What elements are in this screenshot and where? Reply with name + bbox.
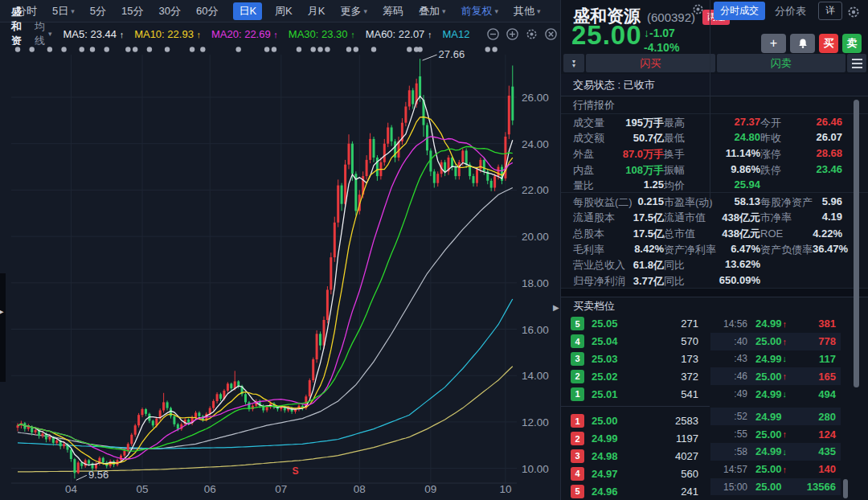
trade-row: :4025.00↑778 bbox=[710, 333, 841, 350]
orderbook-ask-row[interactable]: 225.02372 bbox=[561, 367, 710, 385]
orderbook-bid-row[interactable]: 524.96241 bbox=[561, 482, 710, 500]
svg-text:S: S bbox=[293, 465, 299, 477]
orderbook-ask-row[interactable]: 525.05271 bbox=[561, 315, 710, 333]
flash-menu-button[interactable] bbox=[847, 54, 866, 72]
orderbook-bid-row[interactable]: 324.984027 bbox=[561, 448, 710, 465]
cell: 外盘87.0万手 bbox=[573, 147, 664, 162]
left-panel-expand-icon[interactable]: ▸ bbox=[0, 306, 4, 317]
period-tab-更多[interactable]: 更多▾ bbox=[340, 4, 367, 18]
tool-叠加[interactable]: 叠加▾ bbox=[419, 4, 446, 18]
quote-row: 外盘87.0万手换手11.14%涨停28.68 bbox=[573, 146, 842, 162]
label: 每股收益(二) bbox=[573, 195, 633, 210]
quote-row: 成交量195万手最高27.37今开26.46 bbox=[573, 115, 842, 131]
trade-row: :4625.00↑165 bbox=[710, 367, 841, 385]
value: 17.5亿 bbox=[615, 211, 664, 225]
label: 叠加 bbox=[419, 4, 440, 18]
svg-text:14.00: 14.00 bbox=[522, 370, 549, 382]
panel-scrollbar-thumb[interactable] bbox=[854, 100, 859, 387]
trade-volume: 13566 bbox=[782, 481, 836, 493]
tab-tick-trades[interactable]: 分时成交 bbox=[714, 2, 765, 20]
level-badge: 3 bbox=[571, 352, 584, 366]
volume: 241 bbox=[618, 486, 710, 498]
orderbook-ask-row[interactable]: 125.01541 bbox=[561, 385, 710, 403]
order-book: 525.05271425.04570325.03173225.02372125.… bbox=[561, 315, 710, 500]
level-badge: 5 bbox=[571, 485, 584, 498]
svg-text:9.56: 9.56 bbox=[88, 469, 108, 481]
tool-前复权[interactable]: 前复权▾ bbox=[461, 4, 498, 18]
stock-code: (600392) bbox=[647, 10, 695, 24]
cell: 均价25.94 bbox=[664, 178, 760, 193]
panel-collapse-icon[interactable]: ▶ bbox=[553, 303, 559, 312]
action-buttons: + 买 卖 bbox=[757, 34, 862, 53]
period-tab-月K[interactable]: 月K bbox=[308, 4, 326, 18]
panel-settings-gear-icon[interactable] bbox=[847, 6, 860, 22]
trade-row: 14:5624.99↑381 bbox=[710, 315, 841, 333]
cell: 最高27.37 bbox=[664, 116, 760, 130]
label: 前复权 bbox=[461, 4, 492, 18]
trade-volume: 117 bbox=[787, 353, 836, 365]
cell: 内盘108万手 bbox=[573, 163, 664, 178]
flash-buy-button[interactable]: 闪买 bbox=[586, 54, 715, 72]
tick-trade-list: 14:5624.99↑381:4025.00↑778:4324.99↓117:4… bbox=[710, 315, 841, 495]
level-badge: 1 bbox=[571, 414, 584, 428]
price: 24.98 bbox=[592, 450, 618, 462]
chevron-down-icon: ▾ bbox=[71, 7, 75, 15]
value: 61.8亿 bbox=[625, 258, 664, 273]
svg-text:10: 10 bbox=[499, 483, 511, 495]
value: 5.96 bbox=[813, 195, 842, 210]
flash-dropdown-button[interactable]: ▾▾ bbox=[563, 54, 584, 72]
ma-legend-item: MA10: 22.93 ↑ bbox=[134, 28, 201, 40]
ma-selector-dropdown[interactable]: 均线 ▾ bbox=[35, 19, 52, 48]
cell: ROE4.22% bbox=[760, 227, 842, 240]
price: 25.04 bbox=[592, 335, 618, 347]
orderbook-ask-row[interactable]: 325.03173 bbox=[561, 350, 710, 368]
label: 毛利率 bbox=[573, 243, 604, 257]
chart-settings-gear-icon[interactable] bbox=[526, 28, 538, 40]
cell: 市盈率(动)58.13 bbox=[664, 195, 760, 210]
tab-price-table[interactable]: 分价表 bbox=[775, 4, 806, 18]
detail-button[interactable]: 详 bbox=[818, 2, 842, 20]
orderbook-bid-row[interactable]: 125.002583 bbox=[561, 412, 710, 430]
value: 195万手 bbox=[604, 116, 664, 130]
period-tab-日K[interactable]: 日K bbox=[233, 2, 262, 20]
close-icon[interactable] bbox=[545, 28, 557, 40]
period-tab-5日[interactable]: 5日▾ bbox=[52, 4, 75, 18]
trades-scrollbar-thumb[interactable] bbox=[843, 479, 848, 498]
period-tab-5分[interactable]: 5分 bbox=[90, 4, 106, 18]
quote-panel: 盛和资源 (600392) 两融 25.00 ↓-1.07 -4.10% + 买… bbox=[560, 0, 868, 500]
sell-button[interactable]: 卖 bbox=[842, 34, 862, 53]
column-divider bbox=[710, 0, 710, 204]
trade-price: 24.99 bbox=[755, 445, 782, 457]
orderbook-bid-row[interactable]: 424.97560 bbox=[561, 465, 710, 482]
cell: 营业总收入61.8亿 bbox=[573, 258, 664, 273]
label: 最低 bbox=[664, 131, 685, 145]
zoom-in-icon[interactable] bbox=[506, 28, 518, 40]
candlestick-chart[interactable]: 26.0024.0022.0020.0018.0016.0014.0012.00… bbox=[0, 45, 560, 500]
trade-price: 24.99 bbox=[755, 318, 782, 330]
period-tab-60分[interactable]: 60分 bbox=[196, 4, 218, 18]
value: 1.25 bbox=[594, 178, 664, 193]
orderbook-bid-row[interactable]: 224.991197 bbox=[561, 430, 710, 448]
level-badge: 3 bbox=[571, 449, 584, 463]
period-tab-周K[interactable]: 周K bbox=[275, 4, 293, 18]
buy-button[interactable]: 买 bbox=[819, 34, 838, 53]
svg-text:27.66: 27.66 bbox=[439, 48, 465, 60]
value: 36.47% bbox=[813, 243, 848, 257]
flash-sell-button[interactable]: 闪卖 bbox=[717, 54, 846, 72]
tool-其他[interactable]: 其他▾ bbox=[514, 4, 541, 18]
period-tab-30分[interactable]: 30分 bbox=[158, 4, 180, 18]
cell: 每股收益(二)0.215 bbox=[573, 195, 664, 210]
tool-筹码[interactable]: 筹码 bbox=[383, 4, 403, 18]
period-tab-15分[interactable]: 15分 bbox=[121, 4, 143, 18]
add-to-watchlist-button[interactable]: + bbox=[761, 34, 786, 53]
label: 资产负债率 bbox=[760, 243, 813, 257]
trading-status: 交易状态 : 已收市 bbox=[561, 74, 868, 96]
orderbook-ask-row[interactable]: 425.04570 bbox=[561, 333, 710, 350]
trade-time: :52 bbox=[714, 411, 747, 422]
orderbook-gear-icon[interactable] bbox=[692, 3, 704, 18]
zoom-out-icon[interactable] bbox=[487, 28, 499, 40]
trade-time: :58 bbox=[714, 446, 747, 457]
left-collapsed-panel bbox=[0, 273, 6, 382]
label: 60分 bbox=[196, 4, 218, 18]
alert-bell-button[interactable] bbox=[790, 34, 815, 53]
